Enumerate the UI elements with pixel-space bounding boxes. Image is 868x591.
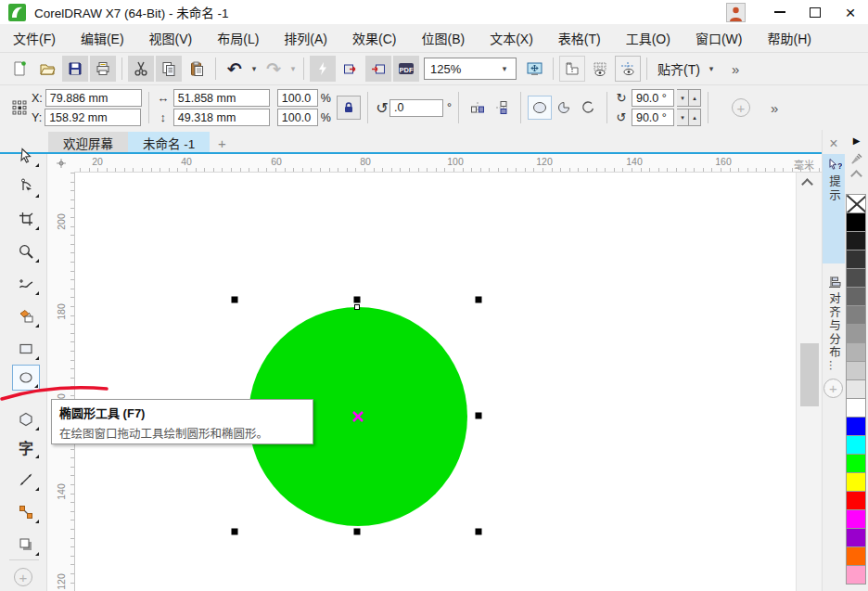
new-document-button[interactable] xyxy=(6,56,32,82)
dimension-tool[interactable] xyxy=(12,467,40,493)
undo-dropdown[interactable]: ▾ xyxy=(249,64,260,73)
handle-bottom-left[interactable] xyxy=(232,529,238,535)
menu-tools[interactable]: 工具(O) xyxy=(626,29,670,47)
pie-mode-button[interactable] xyxy=(552,96,576,120)
start-angle-spin-down[interactable]: ▾ xyxy=(677,89,689,107)
handle-bottom-right[interactable] xyxy=(476,529,482,535)
docker-tab-align-distribute[interactable]: 对齐与分布… xyxy=(823,271,846,375)
open-button[interactable] xyxy=(34,56,60,82)
color-swatch-gray-30[interactable] xyxy=(846,342,866,362)
copy-button[interactable] xyxy=(156,56,182,82)
menu-effects[interactable]: 效果(C) xyxy=(352,29,396,47)
drop-shadow-tool[interactable] xyxy=(12,532,40,558)
horizontal-ruler[interactable]: 20 40 60 80 100 120 140 160 毫米 xyxy=(74,154,822,173)
color-swatch-gray-40[interactable] xyxy=(846,324,866,343)
palette-flyout-icon[interactable]: ▶ xyxy=(853,135,861,146)
minimize-button[interactable] xyxy=(762,1,798,23)
menu-window[interactable]: 窗口(W) xyxy=(696,29,743,47)
color-swatch-purple[interactable] xyxy=(846,528,866,547)
object-width-input[interactable]: 51.858 mm xyxy=(173,89,270,107)
menu-layout[interactable]: 布局(L) xyxy=(217,29,259,47)
fit-page-button[interactable] xyxy=(521,56,547,82)
docker-close-button[interactable]: × xyxy=(825,135,842,152)
mirror-vertical-button[interactable] xyxy=(490,96,514,120)
guidelines-toggle-button[interactable] xyxy=(615,56,641,82)
menu-view[interactable]: 视图(V) xyxy=(149,29,193,47)
color-swatch-gray-80[interactable] xyxy=(846,250,866,269)
color-swatch-gray-10[interactable] xyxy=(846,379,866,399)
smart-fill-tool[interactable] xyxy=(12,303,40,329)
ellipse-mode-button[interactable] xyxy=(528,96,552,120)
grid-toggle-button[interactable] xyxy=(587,56,613,82)
user-avatar[interactable] xyxy=(726,3,746,22)
undo-button[interactable]: ↶ xyxy=(222,56,248,82)
snap-to-button[interactable]: 贴齐(T) ▾ xyxy=(657,59,717,78)
toolbar-overflow-button[interactable]: » xyxy=(732,61,738,77)
tab-untitled-1[interactable]: 未命名 -1 xyxy=(128,132,210,154)
color-swatch-gray-90[interactable] xyxy=(846,231,866,251)
color-swatch-gray-60[interactable] xyxy=(846,287,866,306)
color-swatch-gray-50[interactable] xyxy=(846,305,866,325)
polygon-tool[interactable] xyxy=(12,406,40,432)
import-button[interactable] xyxy=(338,56,364,82)
paste-button[interactable] xyxy=(184,56,210,82)
print-button[interactable] xyxy=(90,56,116,82)
menu-text[interactable]: 文本(X) xyxy=(490,29,533,47)
color-swatch-none[interactable] xyxy=(846,194,866,213)
start-angle-input[interactable]: 90.0 ° xyxy=(632,89,674,107)
shape-tool[interactable] xyxy=(12,173,40,199)
tab-welcome-screen[interactable]: 欢迎屏幕 xyxy=(48,132,128,154)
save-button[interactable] xyxy=(62,56,88,82)
handle-bottom-center[interactable] xyxy=(354,529,361,535)
handle-top-center[interactable] xyxy=(354,297,361,303)
handle-top-left[interactable] xyxy=(232,297,238,303)
color-swatch-black[interactable] xyxy=(846,212,866,232)
color-swatch-magenta[interactable] xyxy=(846,509,866,529)
palette-scroll-up-icon[interactable] xyxy=(850,170,862,182)
color-swatch-white[interactable] xyxy=(846,398,866,418)
application-launcher-button[interactable] xyxy=(310,56,336,82)
color-swatch-orange[interactable] xyxy=(846,546,866,566)
close-button[interactable]: × xyxy=(833,1,868,23)
x-position-input[interactable]: 79.886 mm xyxy=(45,89,142,107)
rectangle-tool[interactable] xyxy=(12,336,40,362)
object-height-input[interactable]: 49.318 mm xyxy=(173,109,270,126)
scale-vertical-input[interactable]: 100.0 xyxy=(277,109,318,126)
handle-middle-right[interactable] xyxy=(476,413,482,419)
freehand-tool[interactable] xyxy=(12,271,40,297)
export-button[interactable] xyxy=(365,56,391,82)
vertical-ruler[interactable]: 200 180 160 140 120 xyxy=(47,173,74,591)
menu-table[interactable]: 表格(T) xyxy=(558,29,601,47)
scale-horizontal-input[interactable]: 100.0 xyxy=(277,89,318,107)
end-angle-spin-down[interactable]: ▾ xyxy=(677,109,689,126)
quick-customize-docker-button[interactable]: + xyxy=(823,379,843,398)
menu-file[interactable]: 文件(F) xyxy=(13,29,56,47)
ruler-origin[interactable] xyxy=(47,154,74,173)
docker-tab-hints[interactable]: ? 提示 xyxy=(823,154,846,263)
color-swatch-gray-20[interactable] xyxy=(846,361,866,380)
menu-help[interactable]: 帮助(H) xyxy=(767,29,811,47)
end-angle-spin-up[interactable]: ▴ xyxy=(689,109,701,126)
quick-customize-toolbox-button[interactable]: + xyxy=(14,568,32,586)
rotation-angle-input[interactable]: .0 xyxy=(389,99,443,117)
maximize-button[interactable] xyxy=(798,1,833,23)
zoom-tool[interactable] xyxy=(12,238,40,264)
y-position-input[interactable]: 158.92 mm xyxy=(45,109,141,126)
color-swatch-green[interactable] xyxy=(846,454,866,473)
scroll-up-button[interactable] xyxy=(803,180,814,191)
new-tab-button[interactable]: + xyxy=(210,132,234,154)
publish-pdf-button[interactable]: PDF xyxy=(393,56,419,82)
cut-button[interactable] xyxy=(128,56,154,82)
redo-button[interactable]: ↷ xyxy=(261,56,287,82)
end-angle-input[interactable]: 90.0 ° xyxy=(632,109,674,126)
scrollbar-thumb[interactable] xyxy=(800,343,819,406)
lock-ratio-button[interactable] xyxy=(337,96,361,120)
color-swatch-gray-70[interactable] xyxy=(846,268,866,288)
handle-top-right[interactable] xyxy=(476,297,482,303)
color-swatch-yellow[interactable] xyxy=(846,472,866,492)
ellipse-node[interactable] xyxy=(355,305,360,310)
color-swatch-pink[interactable] xyxy=(846,565,866,585)
pick-tool[interactable] xyxy=(12,143,40,169)
color-swatch-red[interactable] xyxy=(846,491,866,510)
connector-tool[interactable] xyxy=(12,499,40,525)
